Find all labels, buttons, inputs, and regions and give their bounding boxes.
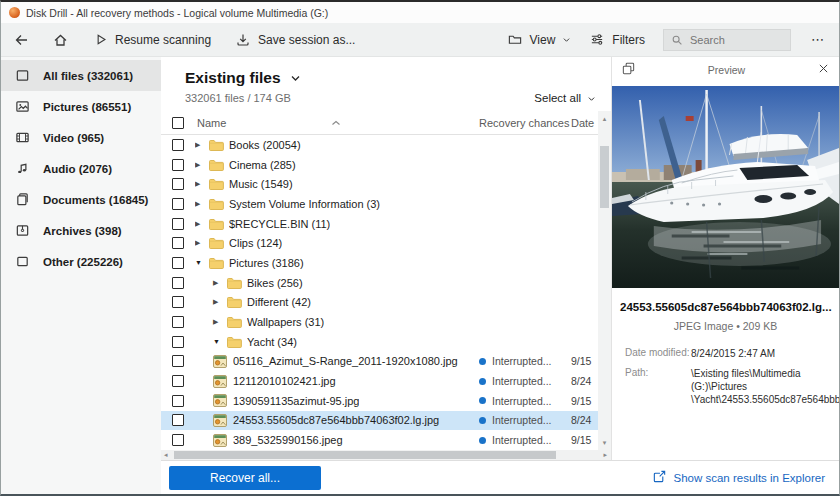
row-checkbox[interactable] (172, 139, 184, 151)
select-all-checkbox[interactable] (172, 117, 184, 129)
file-name: Cinema (285) (229, 159, 296, 171)
vertical-scrollbar-thumb[interactable] (600, 146, 609, 208)
row-checkbox[interactable] (172, 414, 184, 426)
recovery-status-dot-icon (479, 417, 486, 424)
collapse-arrow-icon[interactable]: ▼ (213, 338, 227, 345)
horizontal-scrollbar-thumb[interactable] (174, 451, 556, 459)
table-row[interactable]: ▶Different (42) (161, 293, 598, 313)
app-window: Disk Drill - All recovery methods - Logi… (0, 0, 840, 496)
filters-icon (589, 32, 605, 47)
video-icon (15, 130, 31, 145)
disk-drill-logo-icon (9, 7, 20, 18)
vertical-scrollbar[interactable]: ▴ ▾ (598, 111, 611, 450)
show-in-explorer-link[interactable]: Show scan results in Explorer (652, 469, 825, 486)
sidebar-item-documents[interactable]: Documents (16845) (1, 184, 161, 215)
play-icon (93, 32, 108, 47)
sidebar-item-all-files[interactable]: All files (332061) (1, 60, 161, 91)
chevron-down-icon (562, 36, 571, 43)
row-checkbox[interactable] (172, 316, 184, 328)
table-row[interactable]: 1390591135azimut-95.jpgInterrupted...9/1… (161, 391, 598, 411)
scroll-up-icon[interactable]: ▴ (603, 114, 607, 124)
table-row[interactable]: ▶Music (1549) (161, 174, 598, 194)
file-name: Bikes (256) (247, 277, 303, 289)
home-button[interactable] (52, 32, 69, 48)
scroll-down-icon[interactable]: ▾ (603, 438, 607, 448)
table-row[interactable]: 389_5325990156.jpegInterrupted...9/15 (161, 430, 598, 450)
row-checkbox[interactable] (172, 257, 184, 269)
expand-arrow-icon[interactable]: ▶ (195, 161, 209, 169)
table-row[interactable]: ▶Cinema (285) (161, 155, 598, 175)
sidebar-item-label: Audio (2076) (43, 163, 112, 175)
expand-arrow-icon[interactable]: ▶ (213, 298, 227, 306)
select-all-dropdown[interactable]: Select all (534, 92, 596, 104)
view-button[interactable]: View (507, 32, 572, 47)
row-checkbox[interactable] (172, 159, 184, 171)
table-row[interactable]: ▶$RECYCLE.BIN (11) (161, 214, 598, 234)
table-row[interactable]: ▶Books (20054) (161, 135, 598, 155)
expand-arrow-icon[interactable]: ▶ (195, 180, 209, 188)
expand-arrow-icon[interactable]: ▶ (195, 239, 209, 247)
row-checkbox[interactable] (172, 434, 184, 446)
file-name: Wallpapers (31) (247, 316, 324, 328)
sidebar-item-other[interactable]: Other (225226) (1, 246, 161, 277)
download-icon (235, 32, 251, 48)
file-name: Pictures (3186) (229, 257, 304, 269)
sidebar-item-audio[interactable]: Audio (2076) (1, 153, 161, 184)
row-checkbox[interactable] (172, 355, 184, 367)
horizontal-scrollbar[interactable]: ◂ ▸ (161, 450, 611, 460)
close-icon[interactable] (817, 61, 830, 79)
date-value: 9/15 (571, 355, 598, 367)
row-checkbox[interactable] (172, 375, 184, 387)
collapse-arrow-icon[interactable]: ▼ (195, 259, 209, 266)
back-button[interactable] (13, 32, 30, 48)
scroll-right-icon[interactable]: ▸ (600, 451, 610, 459)
chevron-down-icon (587, 95, 596, 102)
row-checkbox[interactable] (172, 277, 184, 289)
chevron-down-icon (290, 74, 301, 82)
row-checkbox[interactable] (172, 336, 184, 348)
column-header-date[interactable]: Date (571, 117, 598, 129)
table-row[interactable]: ▶System Volume Information (3) (161, 194, 598, 214)
scan-mode-dropdown[interactable]: Existing files (185, 69, 611, 87)
file-name: Yacht (34) (247, 336, 297, 348)
recover-all-button[interactable]: Recover all... (169, 466, 321, 490)
recovery-status-dot-icon (479, 397, 486, 404)
column-header-recovery[interactable]: Recovery chances (479, 117, 571, 129)
more-options-button[interactable]: ⋯ (809, 32, 827, 47)
row-checkbox[interactable] (172, 395, 184, 407)
table-row[interactable]: ▶Clips (124) (161, 233, 598, 253)
folder-icon (209, 139, 229, 151)
resume-scanning-button[interactable]: Resume scanning (93, 32, 211, 47)
row-checkbox[interactable] (172, 237, 184, 249)
folder-icon (227, 336, 247, 348)
expand-arrow-icon[interactable]: ▶ (213, 279, 227, 287)
row-checkbox[interactable] (172, 198, 184, 210)
row-checkbox[interactable] (172, 218, 184, 230)
table-row[interactable]: ▶Wallpapers (31) (161, 312, 598, 332)
audio-icon (15, 161, 31, 176)
expand-arrow-icon[interactable]: ▶ (195, 220, 209, 228)
row-checkbox[interactable] (172, 178, 184, 190)
expand-arrow-icon[interactable]: ▶ (195, 200, 209, 208)
file-name: $RECYCLE.BIN (11) (229, 218, 330, 230)
table-row[interactable]: ▼Yacht (34) (161, 332, 598, 352)
scroll-left-icon[interactable]: ◂ (161, 451, 171, 459)
file-table: Name Recovery chances Date ▶Books (20054… (161, 111, 611, 460)
table-row[interactable]: 05116_Azimut_S-Range_2011-1920x1080.jpgI… (161, 352, 598, 372)
sidebar-item-archives[interactable]: Archives (398) (1, 215, 161, 246)
row-checkbox[interactable] (172, 296, 184, 308)
table-row[interactable]: 12112010102421.jpgInterrupted...8/24 (161, 371, 598, 391)
table-row[interactable]: ▶Bikes (256) (161, 273, 598, 293)
table-row[interactable]: 24553.55605dc87e564bbb74063f02.lg.jpgInt… (161, 411, 598, 431)
sidebar-item-video[interactable]: Video (965) (1, 122, 161, 153)
expand-arrow-icon[interactable]: ▶ (213, 318, 227, 326)
preview-panel: Preview (611, 57, 839, 460)
pop-out-icon[interactable] (621, 61, 636, 80)
table-row[interactable]: ▼Pictures (3186) (161, 253, 598, 273)
filters-button[interactable]: Filters (589, 32, 645, 47)
save-session-button[interactable]: Save session as... (235, 32, 355, 48)
sidebar-item-pictures[interactable]: Pictures (86551) (1, 91, 161, 122)
expand-arrow-icon[interactable]: ▶ (195, 141, 209, 149)
preview-title: Preview (636, 64, 817, 76)
folder-icon (227, 277, 247, 289)
